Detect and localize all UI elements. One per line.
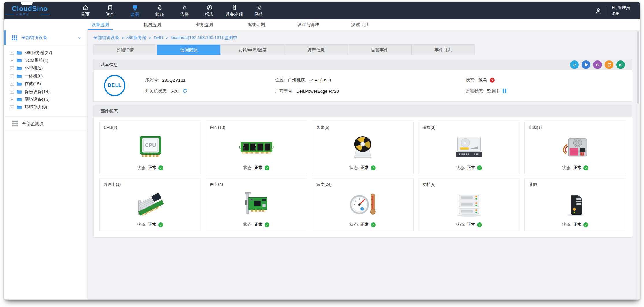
sidebar-item-all-monitor-items[interactable]: 全部监测项 xyxy=(4,116,87,131)
location-value: 广州机房, GZ-A1(16U) xyxy=(288,77,331,83)
card-status-value: 正常 xyxy=(254,165,263,170)
tab-1[interactable]: 监测详情 xyxy=(94,45,157,55)
component-card-1[interactable]: CPU(1)CPU状态:正常✓ xyxy=(99,122,201,174)
tab-6[interactable]: 事件日志 xyxy=(412,45,475,55)
cpu-icon: CPU xyxy=(104,130,197,165)
check-icon: ✓ xyxy=(265,222,269,227)
nav-item-home[interactable]: 首页 xyxy=(73,2,98,19)
card-status: 状态:正常✓ xyxy=(422,165,515,172)
expand-icon[interactable]: + xyxy=(10,90,14,94)
refresh-icon[interactable] xyxy=(182,88,187,94)
tree-item-7[interactable]: +网络设备(16) xyxy=(10,96,87,103)
monitor-state-value: 监测中 xyxy=(487,88,500,94)
tab-5[interactable]: 告警事件 xyxy=(348,45,412,55)
tab-2[interactable]: 监测概览 xyxy=(157,45,221,55)
subnav-item-5[interactable]: 设置与管理 xyxy=(282,19,334,30)
nav-item-report[interactable]: 报表 xyxy=(197,2,222,19)
card-title: 网卡(4) xyxy=(210,182,303,187)
nav-item-discovery[interactable]: 设备发现 xyxy=(222,2,247,19)
pause-icon[interactable] xyxy=(503,89,506,93)
check-icon: ✓ xyxy=(371,165,376,170)
nic-icon xyxy=(210,187,303,222)
logout-link[interactable]: 退出 xyxy=(612,11,630,17)
expand-icon[interactable]: + xyxy=(10,66,14,70)
component-card-10[interactable]: 其他状态:正常✓ xyxy=(524,179,626,231)
component-card-3[interactable]: 风扇(6)状态:正常✓ xyxy=(312,122,414,174)
psu-icon xyxy=(529,130,622,165)
app-logo[interactable]: CloudSino 云新信息 xyxy=(4,5,69,16)
nav-item-alarm[interactable]: 告警 xyxy=(172,2,197,19)
card-title: 磁盘(3) xyxy=(422,125,515,130)
expand-icon[interactable]: + xyxy=(10,74,14,78)
expand-icon[interactable]: + xyxy=(10,82,14,86)
play-icon[interactable] xyxy=(582,60,590,69)
card-status: 状态:正常✓ xyxy=(210,222,303,228)
tree-item-4[interactable]: +一体机(0) xyxy=(10,72,87,80)
subnav-item-2[interactable]: 机房监测 xyxy=(126,19,178,30)
component-card-4[interactable]: 磁盘(3)状态:正常✓ xyxy=(418,122,520,174)
nav-item-monitor[interactable]: 监测 xyxy=(122,2,147,19)
expand-icon[interactable]: + xyxy=(10,105,14,109)
breadcrumb-item-3[interactable]: Dell1 xyxy=(154,35,163,40)
sync-icon[interactable] xyxy=(605,60,613,69)
tree-item-3[interactable]: +小型机(2) xyxy=(10,64,87,72)
kvm-icon[interactable]: K xyxy=(616,60,625,69)
component-card-7[interactable]: 网卡(4)状态:正常✓ xyxy=(206,179,307,231)
card-title: 风扇(6) xyxy=(316,125,409,130)
card-status: 状态:正常✓ xyxy=(104,165,197,172)
power-icon[interactable] xyxy=(593,60,602,69)
subnav-item-1[interactable]: 设备监测 xyxy=(74,19,126,30)
component-status-panel: 部件状态 CPU(1)CPU状态:正常✓内存(10)状态:正常✓风扇(6)状态:… xyxy=(93,105,632,238)
tree-item-label: x86服务器(27) xyxy=(25,50,52,55)
check-icon: ✓ xyxy=(477,165,482,170)
card-status-value: 正常 xyxy=(361,165,369,170)
expand-icon[interactable]: + xyxy=(10,98,14,101)
card-title: 内存(10) xyxy=(210,125,303,130)
folder-icon xyxy=(16,105,22,109)
card-status-value: 正常 xyxy=(148,165,156,170)
check-icon: ✓ xyxy=(158,165,163,170)
nav-item-system[interactable]: 系统 xyxy=(247,2,271,19)
ie-browser-icon[interactable]: e xyxy=(570,60,579,69)
component-card-6[interactable]: 阵列卡(1)状态:正常✓ xyxy=(99,179,201,231)
folder-icon xyxy=(16,74,22,78)
subnav-item-6[interactable]: 测试工具 xyxy=(334,19,386,30)
scrollbar-thumb[interactable] xyxy=(637,31,639,104)
nav-item-asset[interactable]: 资产 xyxy=(98,2,122,19)
component-card-8[interactable]: 温度(24)状态:正常✓ xyxy=(312,179,414,231)
serial-label: 序列号: xyxy=(145,77,159,83)
nav-item-energy[interactable]: 能耗 xyxy=(147,2,172,19)
check-icon: ✓ xyxy=(158,222,163,227)
subnav-item-3[interactable]: 业务监测 xyxy=(178,19,230,30)
logo-subtitle: 云新信息 xyxy=(12,12,55,16)
power-state-label: 开关机状态: xyxy=(145,88,168,94)
breadcrumb: 全部纳管设备>x86服务器>Dell1>localhost(192.168.10… xyxy=(93,34,632,41)
chevron-down-icon[interactable] xyxy=(78,37,81,39)
card-status: 状态:正常✓ xyxy=(529,165,622,172)
tab-4[interactable]: 资产信息 xyxy=(284,45,348,55)
breadcrumb-item-4[interactable]: localhost(192.168.100.131):监测中 xyxy=(171,35,237,40)
nav-item-label: 告警 xyxy=(180,12,189,17)
sidebar-group-all-devices[interactable]: 全部纳管设备 xyxy=(4,30,87,45)
card-title: 功耗(6) xyxy=(422,182,515,187)
tree-item-1[interactable]: +x86服务器(27) xyxy=(10,49,87,57)
subnav-item-4[interactable]: 离线计划 xyxy=(230,19,282,30)
expand-icon[interactable]: + xyxy=(10,59,14,62)
component-card-9[interactable]: 功耗(6)状态:正常✓ xyxy=(418,179,520,231)
breadcrumb-item-2[interactable]: x86服务器 xyxy=(126,35,146,40)
tree-item-8[interactable]: +环境动力(0) xyxy=(10,103,87,111)
card-status-value: 正常 xyxy=(361,222,369,227)
component-card-5[interactable]: 电源(1)状态:正常✓ xyxy=(524,122,626,174)
expand-icon[interactable]: + xyxy=(10,51,14,55)
grid-icon xyxy=(12,35,17,40)
user-icon[interactable] xyxy=(594,7,602,15)
tree-item-6[interactable]: +备份设备(14) xyxy=(10,88,87,96)
tree-item-2[interactable]: +DCM系统(1) xyxy=(10,57,87,64)
tree-item-5[interactable]: +存储(15) xyxy=(10,80,87,88)
card-status: 状态:正常✓ xyxy=(210,165,303,172)
scrollbar[interactable] xyxy=(636,31,640,299)
tree-item-label: 小型机(2) xyxy=(25,66,43,71)
component-card-2[interactable]: 内存(10)状态:正常✓ xyxy=(206,122,307,174)
breadcrumb-item-1[interactable]: 全部纳管设备 xyxy=(93,35,119,40)
tab-3[interactable]: 功耗/电流/温度 xyxy=(221,45,284,55)
